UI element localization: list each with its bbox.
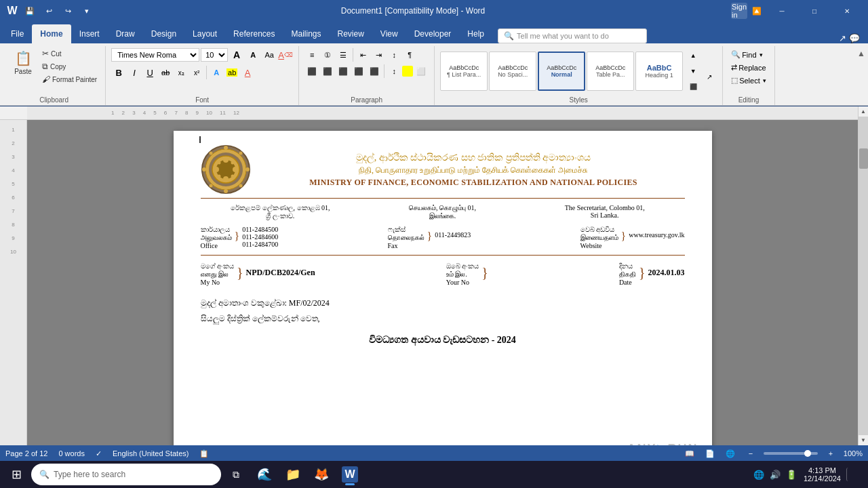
- align-right-button[interactable]: ⬛: [336, 64, 351, 79]
- cut-button[interactable]: ✂ Cut: [39, 47, 100, 60]
- taskbar-word[interactable]: W: [336, 462, 363, 487]
- font-shrink-button[interactable]: A: [245, 47, 260, 62]
- style-nospace[interactable]: AaBbCcDc No Spaci...: [489, 52, 536, 91]
- bold-button[interactable]: B: [111, 65, 126, 80]
- spell-check-status[interactable]: ✓: [96, 449, 102, 458]
- undo-button[interactable]: ↩: [41, 3, 57, 19]
- replace-button[interactable]: ⇄ Replace: [728, 62, 768, 73]
- tab-view[interactable]: View: [372, 24, 406, 43]
- align-center-button[interactable]: ⬛: [320, 64, 335, 79]
- increase-indent-button[interactable]: ⇥: [371, 47, 386, 62]
- ribbon-toggle-button[interactable]: 🔼: [749, 3, 765, 19]
- zoom-in-button[interactable]: +: [823, 447, 838, 460]
- bullets-button[interactable]: ≡: [304, 47, 319, 62]
- show-hide-button[interactable]: ¶: [402, 47, 417, 62]
- multilevel-list-button[interactable]: ☰: [336, 47, 351, 62]
- network-icon[interactable]: 🌐: [752, 468, 766, 481]
- font-color-button[interactable]: A: [240, 65, 255, 80]
- change-case-button[interactable]: Aa: [262, 47, 277, 62]
- right-scrollbar[interactable]: ▲ ▼: [858, 106, 868, 445]
- zoom-thumb[interactable]: [804, 450, 811, 457]
- close-button[interactable]: ✕: [831, 0, 863, 22]
- scroll-area[interactable]: ·: [27, 120, 858, 445]
- tab-home[interactable]: Home: [32, 24, 71, 43]
- web-layout-button[interactable]: 🌐: [723, 447, 738, 460]
- superscript-button[interactable]: x²: [189, 65, 204, 80]
- find-button[interactable]: 🔍 Find ▾: [728, 49, 765, 60]
- tab-design[interactable]: Design: [143, 24, 184, 43]
- align-left-button[interactable]: ⬛: [304, 64, 319, 79]
- justify-button[interactable]: ⬛: [351, 64, 366, 79]
- maximize-button[interactable]: □: [799, 0, 830, 22]
- tab-draw[interactable]: Draw: [108, 24, 143, 43]
- save-button[interactable]: 💾: [22, 3, 38, 19]
- tab-developer[interactable]: Developer: [406, 24, 460, 43]
- taskview-button[interactable]: ⧉: [222, 462, 250, 487]
- format-painter-button[interactable]: 🖌 Format Painter: [39, 73, 100, 85]
- style-heading1[interactable]: AaBbC Heading 1: [635, 52, 683, 91]
- language-indicator[interactable]: English (United States): [113, 449, 189, 458]
- font-grow-button[interactable]: A: [229, 47, 244, 62]
- redo-button[interactable]: ↪: [60, 3, 76, 19]
- minimize-button[interactable]: ─: [766, 0, 797, 22]
- text-effects-button[interactable]: A: [209, 65, 224, 80]
- scroll-track[interactable]: [859, 117, 869, 435]
- font-size-select[interactable]: 10: [201, 48, 228, 62]
- clock[interactable]: 4:13 PM 12/14/2024: [801, 465, 844, 484]
- read-mode-button[interactable]: 📖: [682, 447, 697, 460]
- collapse-ribbon-button[interactable]: ▲: [854, 46, 868, 105]
- volume-icon[interactable]: 🔊: [768, 468, 782, 481]
- styles-scroll-up[interactable]: ▲: [686, 48, 701, 63]
- sort-button[interactable]: ↕: [387, 47, 401, 62]
- select-button[interactable]: ⬚ Select ▾: [728, 75, 769, 86]
- styles-dialog-button[interactable]: ↗: [702, 69, 717, 84]
- taskbar-search[interactable]: 🔍 Type here to search: [31, 464, 221, 485]
- copy-button[interactable]: ⧉ Copy: [39, 60, 100, 73]
- scroll-down-button[interactable]: ▼: [859, 435, 869, 445]
- print-layout-button[interactable]: 📄: [703, 447, 717, 460]
- numbering-button[interactable]: ①: [320, 47, 335, 62]
- comments-icon[interactable]: 💬: [849, 33, 860, 43]
- style-normal[interactable]: AaBbCcDc Normal: [538, 52, 585, 91]
- zoom-out-button[interactable]: −: [743, 447, 758, 460]
- zoom-slider[interactable]: [764, 452, 818, 455]
- battery-icon[interactable]: 🔋: [785, 468, 798, 481]
- tab-review[interactable]: Review: [330, 24, 372, 43]
- customize-qat-button[interactable]: ▾: [79, 3, 95, 19]
- underline-button[interactable]: U: [142, 65, 157, 80]
- style-tablepara[interactable]: AaBbCcDc Table Pa...: [587, 52, 634, 91]
- tab-layout[interactable]: Layout: [184, 24, 225, 43]
- tab-references[interactable]: References: [225, 24, 283, 43]
- tell-me-search[interactable]: 🔍 Tell me what you want to do: [498, 28, 839, 43]
- strikethrough-button[interactable]: ab: [158, 65, 173, 80]
- share-icon[interactable]: ↗: [839, 33, 846, 43]
- macro-button[interactable]: 📋: [199, 449, 209, 458]
- clear-format-button[interactable]: A ⌫: [278, 47, 293, 62]
- paste-button[interactable]: 📋 Paste: [8, 47, 38, 78]
- taskbar-firefox[interactable]: 🦊: [308, 462, 335, 487]
- scroll-up-button[interactable]: ▲: [859, 106, 869, 117]
- subscript-button[interactable]: x₂: [174, 65, 189, 80]
- style-listpara[interactable]: AaBbCcDc ¶ List Para...: [440, 52, 488, 91]
- start-button[interactable]: ⊞: [3, 462, 30, 487]
- taskbar-explorer[interactable]: 📁: [279, 462, 307, 487]
- text-highlight-button[interactable]: ab: [224, 65, 239, 80]
- styles-scroll-down[interactable]: ▼: [686, 64, 701, 79]
- decrease-indent-button[interactable]: ⇤: [355, 47, 370, 62]
- italic-button[interactable]: I: [127, 65, 142, 80]
- tab-mailings[interactable]: Mailings: [283, 24, 329, 43]
- show-desktop-button[interactable]: [846, 468, 860, 481]
- columns-button[interactable]: ⬛: [367, 64, 382, 79]
- shading-button[interactable]: [402, 66, 413, 77]
- tab-file[interactable]: File: [3, 24, 32, 43]
- tab-help[interactable]: Help: [459, 24, 492, 43]
- taskbar-edge[interactable]: 🌊: [251, 462, 278, 487]
- borders-button[interactable]: ⬜: [414, 64, 429, 79]
- document-body[interactable]: මුදල් අමාතාංශ වකුළේඛා: MF/02/2024 සියලුම…: [201, 298, 685, 324]
- sign-in-button[interactable]: Sign in: [731, 3, 747, 19]
- scroll-thumb[interactable]: [859, 148, 868, 169]
- line-spacing-button[interactable]: ↕: [387, 64, 401, 79]
- tab-insert[interactable]: Insert: [71, 24, 108, 43]
- styles-more-button[interactable]: ⬛: [686, 79, 701, 94]
- font-family-select[interactable]: Times New Roma: [111, 48, 199, 62]
